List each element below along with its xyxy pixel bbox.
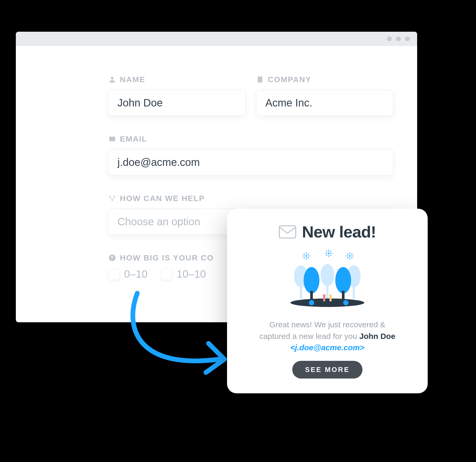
- radio-box-icon: [161, 268, 172, 280]
- svg-line-14: [304, 257, 305, 259]
- company-label-text: COMPANY: [268, 75, 311, 84]
- see-more-button[interactable]: SEE MORE: [292, 361, 362, 379]
- company-input[interactable]: Acme Inc.: [256, 90, 393, 116]
- svg-line-15: [308, 253, 309, 255]
- size-option-1[interactable]: 0–10: [108, 268, 148, 280]
- window-control-dot[interactable]: [396, 36, 401, 41]
- svg-line-23: [326, 255, 327, 256]
- email-field-group: EMAIL j.doe@acme.com: [108, 134, 393, 175]
- help-label-text: HOW CAN WE HELP: [120, 194, 205, 203]
- size-label-text: HOW BIG IS YOUR CO: [120, 253, 214, 262]
- help-label: HOW CAN WE HELP: [108, 194, 393, 203]
- svg-point-25: [349, 255, 350, 256]
- size-option-2[interactable]: 10–10: [161, 268, 206, 280]
- svg-rect-35: [300, 286, 302, 299]
- svg-line-33: [351, 253, 352, 255]
- svg-point-16: [328, 253, 329, 254]
- notification-body: Great news! We just recovered & captured…: [253, 319, 401, 353]
- svg-line-12: [304, 253, 305, 255]
- svg-point-7: [306, 255, 307, 256]
- svg-line-32: [347, 257, 348, 259]
- envelope-outline-icon: [279, 225, 296, 239]
- size-option-2-label: 10–10: [177, 268, 206, 280]
- question-circle-icon: ?: [108, 254, 116, 262]
- svg-point-42: [335, 267, 351, 293]
- svg-point-49: [309, 300, 314, 305]
- company-label: COMPANY: [256, 75, 393, 84]
- building-icon: [256, 76, 264, 83]
- envelope-icon: [108, 135, 116, 143]
- person-icon: [108, 76, 116, 83]
- svg-rect-39: [353, 286, 355, 299]
- svg-point-0: [111, 77, 114, 80]
- svg-rect-37: [326, 284, 328, 299]
- company-field-group: COMPANY Acme Inc.: [256, 75, 393, 116]
- window-control-dot[interactable]: [405, 36, 410, 41]
- svg-line-24: [330, 251, 331, 252]
- window-control-dot[interactable]: [387, 36, 392, 41]
- radio-box-icon: [108, 268, 120, 280]
- name-label: NAME: [108, 75, 246, 84]
- lead-notification-card: New lead!: [227, 209, 428, 393]
- svg-point-36: [321, 264, 334, 286]
- svg-rect-48: [329, 297, 332, 301]
- email-input[interactable]: j.doe@acme.com: [108, 149, 393, 175]
- celebration-illustration: [282, 249, 372, 309]
- svg-line-30: [347, 253, 348, 255]
- svg-rect-46: [323, 297, 325, 301]
- name-input[interactable]: John Doe: [108, 90, 246, 116]
- svg-point-47: [329, 294, 332, 297]
- notification-lead-name: John Doe: [359, 332, 395, 340]
- svg-line-21: [326, 251, 327, 252]
- svg-point-44: [290, 298, 364, 307]
- svg-rect-6: [279, 226, 296, 238]
- notification-lead-email: <j.doe@acme.com>: [290, 343, 364, 352]
- svg-point-40: [304, 267, 319, 293]
- email-label: EMAIL: [108, 134, 393, 143]
- svg-line-22: [330, 255, 331, 256]
- svg-point-45: [323, 294, 326, 297]
- name-label-text: NAME: [120, 75, 145, 84]
- size-option-1-label: 0–10: [124, 268, 148, 280]
- network-icon: [108, 194, 116, 202]
- svg-line-31: [351, 257, 352, 259]
- svg-point-50: [343, 300, 348, 305]
- notification-title: New lead!: [302, 222, 376, 241]
- svg-line-13: [308, 257, 309, 259]
- email-label-text: EMAIL: [120, 134, 147, 143]
- svg-text:?: ?: [110, 255, 114, 260]
- name-field-group: NAME John Doe: [108, 75, 246, 116]
- window-titlebar: [16, 32, 417, 46]
